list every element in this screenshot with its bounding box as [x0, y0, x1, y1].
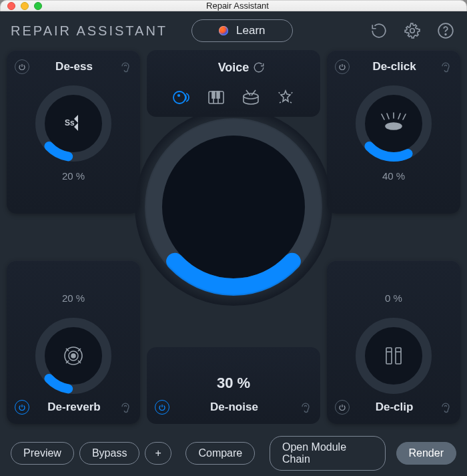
learn-button[interactable]: Learn [191, 19, 292, 42]
dial-main[interactable] [140, 113, 327, 300]
svg-point-10 [71, 354, 75, 358]
svg-rect-13 [396, 348, 401, 364]
learn-label: Learn [236, 24, 265, 37]
svg-point-6 [386, 123, 402, 130]
svg-point-22 [244, 93, 258, 99]
app-frame: REPAIR ASSISTANT Learn De-ess [0, 11, 467, 476]
svg-text:Ss: Ss [65, 118, 75, 128]
source-keys-icon[interactable] [206, 87, 226, 107]
window-close-button[interactable] [7, 2, 15, 10]
render-button[interactable]: Render [396, 442, 456, 465]
power-button-denoise[interactable] [155, 400, 169, 415]
window-title: Repair Assistant [15, 1, 460, 11]
source-voice-icon[interactable] [171, 87, 191, 107]
listen-icon[interactable] [439, 401, 452, 414]
module-title: De-reverb [35, 401, 113, 414]
power-button-deess[interactable] [15, 59, 29, 74]
listen-icon[interactable] [299, 401, 312, 414]
svg-rect-12 [386, 348, 392, 364]
power-button-dereverb[interactable] [15, 400, 29, 415]
value-dereverb: 20 % [62, 292, 85, 304]
module-declick: De-click 40 % [327, 50, 460, 214]
module-denoise: De-noise 30 % [147, 347, 320, 424]
source-other-icon[interactable] [276, 87, 296, 107]
svg-rect-17 [209, 91, 223, 103]
module-title: De-noise [175, 401, 294, 414]
toolbar: REPAIR ASSISTANT Learn [0, 11, 467, 50]
dial-deess[interactable]: Ss [33, 83, 113, 164]
app-title: REPAIR ASSISTANT [11, 23, 167, 39]
value-deess: 20 % [62, 170, 85, 182]
module-deess: De-ess Ss 20 % [7, 50, 140, 214]
power-button-declip[interactable] [335, 400, 350, 415]
bypass-button[interactable]: Bypass [79, 442, 139, 465]
svg-rect-20 [212, 91, 215, 98]
gear-icon[interactable] [402, 20, 423, 41]
listen-icon[interactable] [119, 60, 132, 73]
power-button-declick[interactable] [335, 59, 350, 74]
value-declick: 40 % [382, 170, 405, 182]
footer: Preview Bypass + Compare Open Module Cha… [0, 428, 467, 476]
voice-tab: Voice [147, 50, 320, 117]
value-denoise: 30 % [217, 375, 250, 392]
module-declip: De-clip 0 % [327, 260, 460, 424]
svg-point-0 [410, 29, 415, 33]
module-title: De-clip [355, 401, 434, 414]
svg-rect-21 [217, 91, 219, 98]
history-undo-icon[interactable] [368, 20, 390, 41]
window-titlebar: Repair Assistant [0, 0, 467, 11]
value-declip: 0 % [385, 292, 402, 304]
compare-button[interactable]: Compare [185, 442, 255, 465]
dial-declick[interactable] [354, 83, 434, 164]
module-grid: De-ess Ss 20 % De-click 40 % [7, 50, 460, 424]
help-icon[interactable] [435, 20, 456, 41]
add-button[interactable]: + [145, 442, 171, 465]
module-title: De-ess [35, 60, 113, 73]
listen-icon[interactable] [119, 401, 132, 414]
source-drums-icon[interactable] [241, 87, 261, 107]
listen-icon[interactable] [439, 60, 452, 73]
dial-dereverb[interactable] [33, 316, 113, 396]
module-title: De-click [355, 60, 434, 73]
learn-icon [219, 26, 228, 35]
svg-point-16 [178, 95, 179, 96]
svg-point-2 [445, 34, 446, 35]
voice-title: Voice [218, 61, 250, 75]
open-module-chain-button[interactable]: Open Module Chain [270, 436, 386, 471]
refresh-icon[interactable] [249, 57, 269, 78]
module-dereverb: De-reverb 20 % [7, 260, 140, 424]
preview-button[interactable]: Preview [11, 442, 74, 465]
dial-declip[interactable] [354, 316, 434, 396]
